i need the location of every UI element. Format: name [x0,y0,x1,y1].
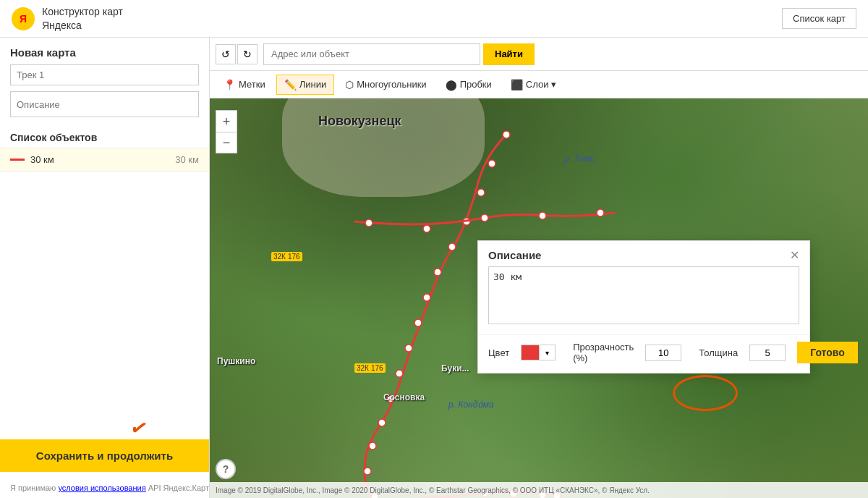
new-map-label: Новая карта [0,38,209,64]
road-label-176-2: 176 [369,363,386,373]
pencil-icon: ✏️ [284,79,297,90]
opacity-input[interactable] [645,345,681,361]
popup-controls: Цвет ▾ Прозрачность (%) Толщина Готово У… [478,334,809,373]
traffic-tool-button[interactable]: ⬤ Пробки [438,75,500,95]
river-label-tom: р. Томь [564,153,594,164]
layers-tool-button[interactable]: ⬛ Слои ▾ [503,75,565,95]
thickness-label: Толщина [699,347,738,358]
track-name-input[interactable] [10,64,199,85]
polygon-icon: ⬡ [345,79,354,90]
find-button[interactable]: Найти [483,43,535,65]
polygons-tool-button[interactable]: ⬡ Многоугольники [337,75,434,95]
river-label-kondoma: р. Кондо́ма [448,400,494,410]
maps-list-button[interactable]: Список карт [782,8,856,29]
left-panel: Новая карта Список объектов 30 км 30 км … [0,38,210,498]
color-dropdown-button[interactable]: ▾ [540,345,556,360]
yandex-logo: Я [12,7,35,30]
object-label: 30 км [30,154,54,165]
description-popup: Описание ✕ 30 км Цвет ▾ Прозрачность (%)… [477,240,810,374]
header-title: Конструктор карт Яндекса [42,5,123,31]
color-label: Цвет [488,347,509,358]
marks-tool-button[interactable]: 📍 Метки [216,75,273,95]
thickness-input[interactable] [749,345,786,361]
bukino-label: Буки... [441,363,469,374]
object-distance: 30 км [175,154,199,165]
save-button[interactable]: Сохранить и продолжить [0,439,209,472]
opacity-label: Прозрачность (%) [573,342,634,363]
nav-forward-button[interactable]: ↻ [237,44,258,64]
terms-link[interactable]: условия использования [58,484,145,492]
pin-icon: 📍 [224,79,236,90]
popup-title: Описание [488,249,541,261]
description-input[interactable] [10,91,199,117]
object-item[interactable]: 30 км 30 км [0,148,209,172]
search-input[interactable] [263,43,480,65]
city-label: Новокузнецк [318,114,401,129]
layers-icon: ⬛ [511,79,523,90]
color-swatch[interactable] [521,345,540,360]
objects-title: Список объектов [0,126,209,148]
map-area[interactable]: р. Томь р. Томь р. Кондо́ма РАЙОН РАЙОН … [210,38,868,498]
pushkino-label: Пушкино [217,356,255,366]
header-left: Я Конструктор карт Яндекса [12,5,123,31]
zoom-in-button[interactable]: + [216,110,237,132]
chevron-down-icon: ▾ [551,79,556,90]
header: Я Конструктор карт Яндекса Список карт [0,0,868,38]
sosnova-label: Сосновка [383,392,425,402]
popup-textarea[interactable]: 30 км [488,266,799,324]
road-label-176: 176 [286,252,302,261]
route-line-icon [10,159,25,161]
terms-text: Я принимаю условия использования API Янд… [10,484,209,492]
map-toolbar: ↺ ↻ Найти [210,38,868,71]
toolbar-nav: ↺ ↻ [216,44,258,64]
popup-close-button[interactable]: ✕ [790,248,799,262]
map-copyright: Image © 2019 DigitalGlobe, Inc., Image ©… [210,482,868,498]
zoom-controls: + − [216,110,237,153]
nav-back-button[interactable]: ↺ [216,44,236,64]
done-button[interactable]: Готово [797,342,858,363]
zoom-out-button[interactable]: − [216,132,237,153]
lines-tool-button[interactable]: ✏️ Линии [276,75,335,95]
help-button[interactable]: ? [216,459,236,479]
tool-row: 📍 Метки ✏️ Линии ⬡ Многоугольники ⬤ Проб… [210,71,868,98]
traffic-icon: ⬤ [446,79,457,90]
popup-header: Описание ✕ [478,241,809,266]
